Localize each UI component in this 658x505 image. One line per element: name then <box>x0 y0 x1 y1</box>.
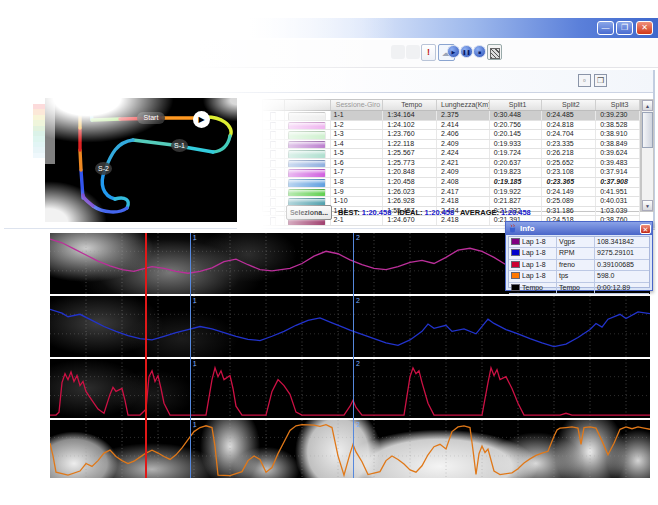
average-value: 1:20.458 <box>501 208 531 217</box>
header-split2[interactable]: Split2 <box>542 100 596 110</box>
info-row: Lap 1-8tps598.0 <box>509 271 649 282</box>
lap-cell: 0:24.704 <box>542 130 596 139</box>
lap-checkbox[interactable] <box>263 216 285 225</box>
lap-cell: 0:39.624 <box>596 149 640 158</box>
table-scrollbar[interactable]: ▲ ▼ <box>641 99 654 212</box>
scroll-up-icon[interactable]: ▲ <box>642 100 653 111</box>
info-lap: Tempo <box>522 283 556 293</box>
faded-tool-icon[interactable] <box>391 45 405 59</box>
header-tempo[interactable]: Tempo <box>383 100 437 110</box>
ideal-label: IDEAL: <box>397 208 422 217</box>
map-play-icon[interactable]: ▶ <box>193 111 210 128</box>
color-pill-icon <box>288 150 326 158</box>
lap-row[interactable]: 1-81:20.4582.4080:19.1850:23.3650:37.908 <box>263 178 640 188</box>
frame-maximize-button[interactable]: ❒ <box>594 74 607 87</box>
info-close-icon[interactable]: ✕ <box>640 224 651 234</box>
color-pill-icon <box>288 131 326 139</box>
average-label: AVERAGE: <box>460 208 499 217</box>
pause-button[interactable]: ❚❚ <box>460 45 473 58</box>
lap-cell: 0:39.483 <box>596 159 640 168</box>
stop-button[interactable]: ■ <box>473 45 486 58</box>
lap-checkbox[interactable] <box>263 149 285 158</box>
checkbox-icon[interactable] <box>270 198 276 206</box>
lap-checkbox[interactable] <box>263 197 285 206</box>
marker-tool-button[interactable]: ! <box>421 44 436 61</box>
lap-cell: 1:20.458 <box>383 178 437 187</box>
checkbox-icon[interactable] <box>270 131 276 139</box>
checkbox-icon[interactable] <box>270 141 276 149</box>
lap-cell: 0:38.910 <box>596 130 640 139</box>
info-titlebar[interactable]: Info ✕ <box>506 222 652 235</box>
playback-cursor[interactable] <box>145 233 147 478</box>
lap-color-swatch <box>285 159 331 168</box>
checkbox-icon[interactable] <box>270 160 276 168</box>
checkbox-icon[interactable] <box>270 217 276 225</box>
lap-row[interactable]: 1-41:22.1182.4090:19.9330:23.3350:38.849 <box>263 140 640 150</box>
minimize-button[interactable]: — <box>597 21 614 35</box>
lap-cell: 0:24.149 <box>542 188 596 197</box>
main-toolbar: ! ☁ ▶ ❚❚ ■ <box>0 40 658 68</box>
lap-cell: 0:26.218 <box>542 149 596 158</box>
play-button[interactable]: ▶ <box>447 45 460 58</box>
lap-cell: 1:24.670 <box>383 216 437 225</box>
lap-checkbox[interactable] <box>263 188 285 197</box>
java-cup-icon <box>508 224 517 233</box>
header-split1[interactable]: Split1 <box>490 100 543 110</box>
lap-checkbox[interactable] <box>263 130 285 139</box>
table-header[interactable]: Sessione-Giro Tempo Lunghezza(Km) Split1… <box>263 100 640 111</box>
lap-color-swatch <box>285 178 331 187</box>
lap-row[interactable]: 1-91:26.0232.4170:19.9220:24.1490:41.951 <box>263 188 640 198</box>
lap-cell: 1-4 <box>331 140 384 149</box>
lap-row[interactable]: 1-21:24.1022.4140:20.7560:24.8180:38.528 <box>263 121 640 131</box>
lap-checkbox[interactable] <box>263 121 285 130</box>
scroll-down-icon[interactable]: ▼ <box>642 200 653 211</box>
scrollbar-thumb[interactable] <box>642 112 653 148</box>
info-row: TempoTempo0:00:12.89 <box>509 283 649 294</box>
video-sync-button[interactable] <box>487 44 502 60</box>
window-titlebar[interactable]: — ❐ ✕ <box>0 18 658 38</box>
chart-freno[interactable]: 12 <box>50 359 650 418</box>
lap-checkbox[interactable] <box>263 159 285 168</box>
lap-cell: 2.409 <box>437 140 490 149</box>
checkbox-icon[interactable] <box>270 150 276 158</box>
header-lunghezza[interactable]: Lunghezza(Km) <box>437 100 490 110</box>
lap-row[interactable]: 1-11:34.1642.3750:30.4480:24.4850:39.230 <box>263 111 640 121</box>
lap-checkbox[interactable] <box>263 207 285 216</box>
close-button[interactable]: ✕ <box>636 21 653 35</box>
measure-cursor-1[interactable] <box>190 233 191 478</box>
info-lap: Lap 1-8 <box>522 248 556 258</box>
lap-checkbox[interactable] <box>263 168 285 177</box>
lap-color-swatch <box>285 111 331 120</box>
ideal-value: 1:20.458 <box>425 208 455 217</box>
channel-color-icon <box>511 272 520 279</box>
lap-checkbox[interactable] <box>263 111 285 120</box>
lap-cell: 0:24.485 <box>542 111 596 120</box>
checkbox-icon[interactable] <box>270 112 276 120</box>
lap-cell: 0:25.089 <box>542 197 596 206</box>
checkbox-icon[interactable] <box>270 179 276 187</box>
chart-tps[interactable]: 12 <box>50 420 650 478</box>
restore-button[interactable]: ❐ <box>616 21 633 35</box>
lap-row[interactable]: 1-71:20.8482.4090:19.8230:23.1080:37.914 <box>263 168 640 178</box>
lap-checkbox[interactable] <box>263 140 285 149</box>
color-pill-icon <box>288 160 326 168</box>
header-giro[interactable]: Sessione-Giro <box>331 100 384 110</box>
seleziona-button[interactable]: Seleziona... <box>286 205 332 220</box>
lap-row[interactable]: 1-61:25.7732.4210:20.6370:25.6520:39.483 <box>263 159 640 169</box>
checkbox-icon[interactable] <box>270 208 276 216</box>
lap-cell: 0:39.230 <box>596 111 640 120</box>
channel-color-icon <box>511 284 520 291</box>
measure-cursor-2[interactable] <box>353 233 354 478</box>
checkbox-icon[interactable] <box>270 189 276 197</box>
internal-frame-titlebar[interactable] <box>4 70 655 93</box>
frame-restore-button[interactable]: ▫ <box>578 74 591 87</box>
lap-cell: 0:20.145 <box>490 130 543 139</box>
lap-row[interactable]: 1-51:25.5672.4240:19.7240:26.2180:39.624 <box>263 149 640 159</box>
chart-rpm[interactable]: 12 <box>50 296 650 357</box>
checkbox-icon[interactable] <box>270 169 276 177</box>
lap-row[interactable]: 1-31:23.7602.4060:20.1450:24.7040:38.910 <box>263 130 640 140</box>
lap-checkbox[interactable] <box>263 178 285 187</box>
faded-tool-icon[interactable] <box>406 45 420 59</box>
checkbox-icon[interactable] <box>270 122 276 130</box>
header-split3[interactable]: Split3 <box>596 100 640 110</box>
